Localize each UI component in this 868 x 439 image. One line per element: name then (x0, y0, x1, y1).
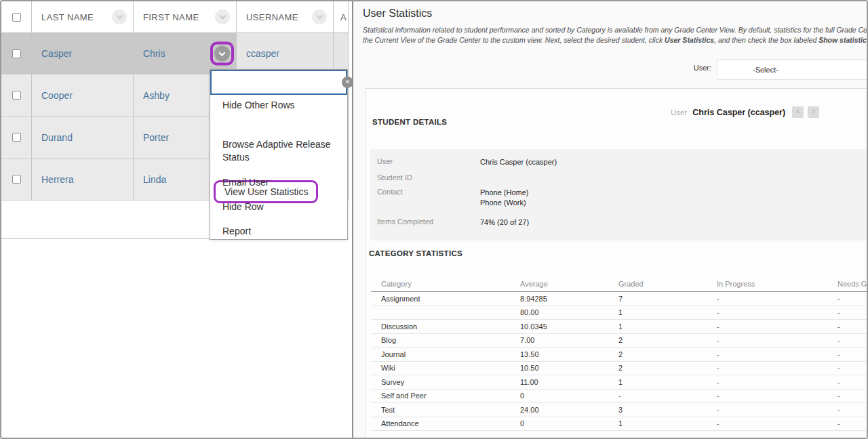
user-pager-label: User (671, 108, 687, 117)
stats-row: Attendance 0 1 - - (371, 417, 867, 432)
annotation-chevron-highlight (210, 42, 234, 66)
detail-field-items-completed: Items Completed 74% (20 of 27) (377, 217, 867, 228)
username-text: ccasper (246, 48, 279, 59)
page-title: User Statistics (363, 7, 432, 20)
select-all-checkbox[interactable] (12, 13, 21, 22)
row-context-menu: ✕ Hide Other Rows View User Statistics B… (210, 69, 348, 240)
row-checkbox-cell (1, 33, 32, 75)
user-statistics-pane: User Statistics Statistical information … (353, 1, 867, 438)
page-description-line2: the Current View of the Grade Center to … (363, 36, 867, 44)
previous-user-button[interactable]: ‹ (792, 106, 804, 118)
stats-row: Blog 7.00 2 - - (371, 334, 867, 348)
first-name-text: Linda (143, 174, 166, 185)
detail-field-user: User Chris Casper (ccasper) (377, 157, 867, 167)
cell-username: ccasper (237, 33, 334, 75)
column-header-label: A (340, 12, 347, 22)
clear-search-icon[interactable]: ✕ (342, 77, 353, 88)
column-menu-chevron-icon[interactable] (312, 9, 327, 24)
user-select-label: User: (657, 64, 711, 72)
next-user-button[interactable]: › (808, 106, 819, 118)
user-select-value: -Select- (753, 66, 778, 74)
column-header-label: LAST NAME (41, 12, 94, 22)
row-checkbox[interactable] (12, 49, 21, 58)
last-name-text: Herrera (41, 174, 73, 185)
row-checkbox-cell (1, 117, 32, 159)
menu-item-browse-adaptive-release[interactable]: Browse Adaptive Release Status (222, 138, 341, 164)
select-all-cell (1, 1, 32, 33)
menu-item-email-user[interactable]: Email User (222, 176, 269, 189)
cell-last-name: Casper (32, 33, 134, 75)
row-checkbox[interactable] (12, 175, 21, 184)
menu-search-input[interactable] (212, 71, 342, 93)
statistics-content-box: User Chris Casper (ccasper) ‹ › STUDENT … (365, 88, 867, 438)
first-name-text: Porter (143, 132, 169, 143)
user-pager-name: Chris Casper (ccasper) (692, 108, 785, 117)
row-context-menu-button[interactable] (214, 46, 230, 62)
cell-partial (334, 33, 349, 75)
grade-center-pane: LAST NAME FIRST NAME USERNAME A Casper (1, 1, 352, 438)
user-select-dropdown[interactable]: -Select- (717, 59, 867, 80)
menu-item-hide-other-rows[interactable]: Hide Other Rows (222, 99, 295, 112)
menu-item-report[interactable]: Report (222, 225, 251, 238)
category-statistics-table: Category Average Graded In Progress Need… (371, 276, 867, 431)
student-details-heading: STUDENT DETAILS (372, 118, 447, 126)
stats-header-row: Category Average Graded In Progress Need… (371, 276, 867, 292)
row-checkbox[interactable] (12, 91, 21, 100)
cell-first-name: Chris (134, 33, 237, 75)
chevron-down-icon (219, 49, 226, 56)
last-name-text: Casper (41, 48, 72, 59)
stats-row: Test 24.00 3 - - (371, 403, 867, 417)
stats-row: Survey 11.00 1 - - (371, 375, 867, 390)
page-description-line1: Statistical information related to stude… (363, 26, 867, 34)
category-statistics-heading: CATEGORY STATISTICS (369, 249, 462, 257)
column-header-last-name: LAST NAME (32, 1, 134, 33)
user-pager: User Chris Casper (ccasper) ‹ › (671, 106, 819, 118)
cell-last-name: Cooper (32, 75, 134, 117)
detail-field-contact: Contact Phone (Home) Phone (Work) (377, 188, 867, 208)
last-name-text: Durand (41, 132, 73, 143)
menu-search-box: ✕ (210, 70, 347, 95)
stats-row: Discussion 10.0345 1 - - (371, 320, 867, 334)
last-name-text: Cooper (41, 90, 73, 101)
stats-row: Assignment 8.94285 7 - - (371, 292, 867, 306)
column-header-label: USERNAME (246, 12, 298, 22)
stats-row: 80.00 1 - - (371, 306, 867, 320)
first-name-text: Chris (143, 48, 165, 59)
student-details-block: User Chris Casper (ccasper) Student ID C… (370, 149, 867, 241)
column-menu-chevron-icon[interactable] (112, 9, 127, 24)
stats-row: Journal 13.50 2 - - (371, 348, 867, 362)
screenshot-root: LAST NAME FIRST NAME USERNAME A Casper (0, 0, 868, 439)
first-name-text: Ashby (143, 90, 170, 101)
cell-last-name: Herrera (32, 159, 134, 201)
stats-row: Wiki 10.50 2 - - (371, 362, 867, 376)
row-checkbox-cell (1, 159, 32, 201)
column-header-username: USERNAME (237, 1, 334, 33)
row-checkbox-cell (1, 75, 32, 117)
column-menu-chevron-icon[interactable] (215, 9, 230, 24)
column-header-partial: A (334, 1, 349, 33)
menu-item-hide-row[interactable]: Hide Row (222, 201, 264, 213)
column-header-first-name: FIRST NAME (134, 1, 237, 33)
column-header-label: FIRST NAME (143, 12, 199, 22)
row-checkbox[interactable] (12, 133, 21, 142)
stats-row: Self and Peer 0 - - - (371, 390, 867, 404)
detail-field-student-id: Student ID (377, 173, 867, 182)
cell-last-name: Durand (32, 117, 134, 159)
